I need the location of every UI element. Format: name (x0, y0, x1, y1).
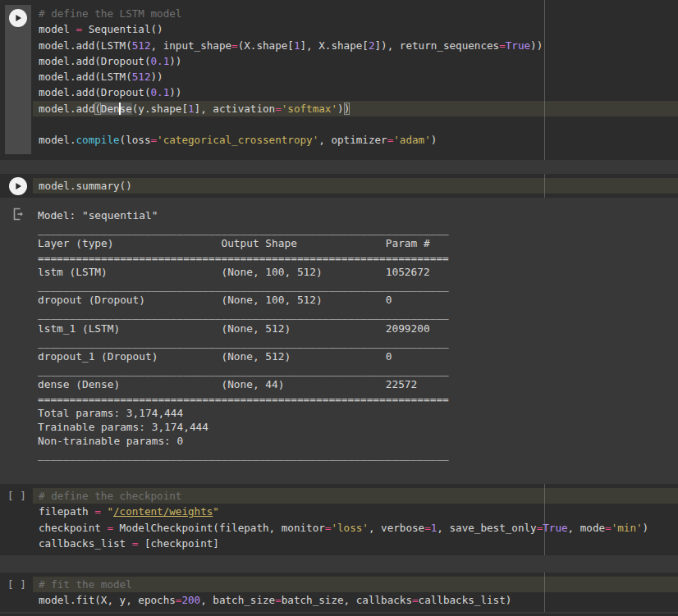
code-token-op: = (94, 505, 101, 518)
code-line[interactable]: model.add(Dropout(0.1)) (33, 84, 678, 100)
code-line[interactable]: model.add(Dense(y.shape[1], activation='… (33, 101, 678, 116)
code-token-def: (X.shape[ (238, 39, 294, 52)
code-token-str: 'adam' (393, 134, 431, 146)
code-token-def: , save_best_only (437, 522, 536, 534)
code-token-def: )) (169, 55, 181, 67)
code-token-num: 0.1 (150, 86, 169, 98)
code-line[interactable]: model.add(LSTM(512, input_shape=(X.shape… (33, 38, 678, 53)
text-cursor (119, 103, 121, 115)
code-token-whl: se (120, 103, 132, 115)
code-token-str: 'loss' (331, 522, 369, 534)
code-token-def: ) (337, 103, 344, 115)
code-token-op: = (76, 23, 83, 35)
code-token-def: )) (169, 86, 181, 98)
code-editor[interactable]: # fit the modelmodel.fit(X, y, epochs=20… (33, 573, 678, 612)
code-token-op: = (151, 134, 158, 146)
cell-gutter[interactable] (0, 174, 33, 198)
code-token-brk: ( (94, 103, 101, 115)
code-token-str: 'categorical_crossentropy' (157, 134, 318, 146)
code-token-def: model.add (39, 103, 94, 115)
code-cell-checkpoint[interactable]: [ ] # define the checkpointfilepath = "/… (0, 484, 678, 555)
code-token-def: )) (150, 71, 163, 83)
code-token-def: checkpoint (39, 522, 107, 534)
code-token-def: (y.shape[ (132, 103, 188, 115)
code-token-def: [checkpoint] (138, 537, 219, 550)
code-line[interactable]: callbacks_list = [checkpoint] (33, 536, 678, 551)
code-token-num: 0.1 (150, 55, 169, 67)
code-token-kw: True (506, 39, 530, 52)
code-token-def: callbacks_list (39, 537, 132, 550)
code-line[interactable]: # define the LSTM model (33, 6, 678, 21)
code-token-num: 200 (181, 594, 200, 606)
code-token-def: batch_size, callbacks (282, 594, 412, 606)
code-editor[interactable]: # define the checkpointfilepath = "/cont… (33, 484, 678, 555)
cell-gutter[interactable]: [ ] (0, 484, 33, 555)
code-token-op: = (424, 522, 431, 534)
code-token-num: 1 (294, 39, 300, 52)
run-cell-button[interactable] (9, 9, 27, 27)
output-indicator (10, 206, 26, 222)
code-token-str: 'min' (612, 522, 643, 534)
code-cell-fit[interactable]: [ ] # fit the modelmodel.fit(X, y, epoch… (0, 573, 678, 612)
code-token-op: = (605, 522, 612, 534)
code-token-num: 1 (188, 103, 195, 115)
code-token-def: , input_shape (150, 39, 231, 52)
code-line[interactable]: model.add(Dropout(0.1)) (33, 53, 678, 69)
code-token-def: model.add(Dropout( (39, 86, 150, 98)
code-token-op: = (275, 103, 282, 115)
code-token-def: (loss (120, 134, 151, 146)
code-token-def: filepath (39, 505, 94, 518)
code-token-def: callbacks_list) (419, 594, 512, 606)
code-token-def: ) (643, 522, 649, 534)
code-token-def: ], X.shape[ (300, 39, 369, 52)
code-token-com: # fit the model (39, 578, 132, 591)
code-token-def: Sequential() (82, 23, 163, 35)
code-editor[interactable]: # define the LSTM modelmodel = Sequentia… (33, 0, 678, 160)
code-line[interactable] (33, 116, 678, 132)
code-token-def: model.add(LSTM( (39, 71, 132, 83)
code-token-def: )) (530, 39, 543, 52)
notebook: # define the LSTM modelmodel = Sequentia… (0, 0, 678, 616)
cell-gutter[interactable]: [ ] (0, 573, 33, 612)
execution-count-placeholder[interactable]: [ ] (7, 577, 26, 592)
code-token-def: model.summary() (39, 180, 132, 192)
code-token-lnk: /content/weights (113, 505, 213, 518)
run-cell-button[interactable] (9, 177, 27, 195)
code-line[interactable]: model.add(LSTM(512)) (33, 69, 678, 84)
code-token-kw: True (543, 522, 567, 534)
code-token-str: " (213, 505, 219, 518)
code-editor[interactable]: model.summary() (33, 174, 678, 198)
code-line[interactable]: model.compile(loss='categorical_crossent… (33, 132, 678, 148)
code-line[interactable]: filepath = "/content/weights" (33, 504, 678, 519)
code-token-def: , batch_size (200, 594, 275, 606)
code-token-op: = (107, 522, 113, 534)
code-line[interactable]: # fit the model (33, 577, 678, 592)
code-token-op: = (231, 39, 238, 52)
code-line[interactable]: checkpoint = ModelCheckpoint(filepath, m… (33, 520, 678, 536)
code-token-com: # define the checkpoint (39, 490, 181, 502)
code-token-def: model.add(LSTM( (39, 39, 132, 52)
code-token-def: ) (431, 134, 437, 146)
page-bottom-edge (0, 612, 678, 616)
code-token-brk: ) (344, 103, 350, 115)
code-line[interactable]: model = Sequential() (33, 21, 678, 37)
code-token-def: , mode (568, 522, 606, 534)
code-token-op: = (275, 594, 282, 606)
code-line[interactable]: model.fit(X, y, epochs=200, batch_size=b… (33, 592, 678, 608)
code-token-num: 2 (369, 39, 375, 52)
code-token-str: 'softmax' (282, 103, 337, 115)
cell-gutter[interactable] (0, 0, 33, 160)
code-token-com: # define the LSTM model (39, 7, 181, 20)
code-token-def: model.add(Dropout( (39, 55, 150, 67)
code-token-num: 512 (132, 71, 151, 83)
code-cell-summary[interactable]: model.summary() (0, 174, 678, 198)
code-line[interactable]: # define the checkpoint (33, 488, 678, 504)
code-cell-define-model[interactable]: # define the LSTM modelmodel = Sequentia… (0, 0, 678, 160)
code-token-def: ]), return_sequences (375, 39, 500, 52)
execution-count-placeholder[interactable]: [ ] (7, 488, 26, 504)
code-line[interactable]: model.summary() (33, 178, 678, 194)
code-token-str: " (107, 505, 113, 518)
output-icon (10, 206, 26, 222)
code-token-def: ], activation (195, 103, 276, 115)
play-icon (12, 180, 24, 192)
